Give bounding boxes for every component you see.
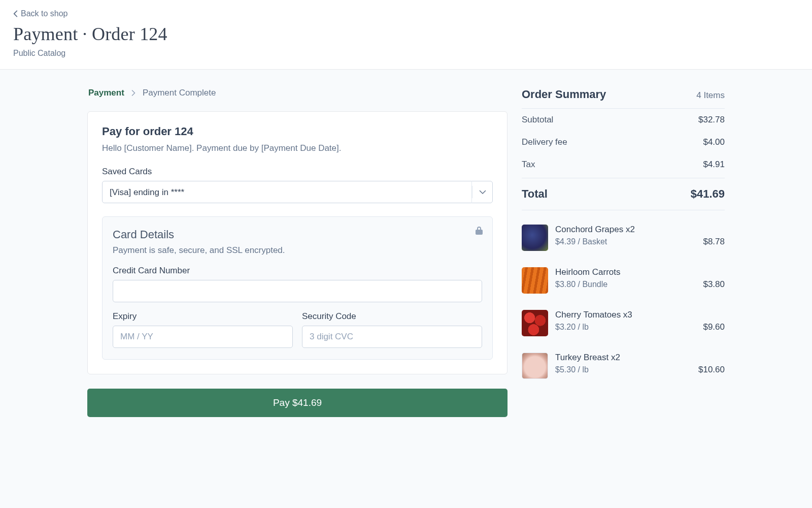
cvc-input[interactable]	[302, 326, 482, 348]
item-name: Cherry Tomatoes x3	[555, 310, 725, 320]
item-thumb	[522, 267, 548, 294]
summary-item: Conchord Grapes x2$4.39 / Basket$8.78	[522, 219, 725, 262]
breadcrumb-step-payment[interactable]: Payment	[88, 88, 124, 98]
item-unit-price: $3.20 / lb	[555, 323, 589, 332]
item-line-total: $3.80	[703, 279, 725, 290]
item-line-total: $10.60	[698, 365, 725, 375]
card-details-box: Card Details Payment is safe, secure, an…	[102, 216, 493, 360]
breadcrumb-step-complete[interactable]: Payment Complete	[143, 88, 216, 98]
item-name: Heirloom Carrots	[555, 267, 725, 277]
card-details-subtitle: Payment is safe, secure, and SSL encrypt…	[113, 245, 482, 256]
item-unit-price: $4.39 / Basket	[555, 237, 607, 246]
summary-item: Turkey Breast x2$5.30 / lb$10.60	[522, 347, 725, 390]
item-unit-price: $3.80 / Bundle	[555, 280, 607, 289]
line-tax: Tax $4.91	[522, 153, 725, 176]
saved-cards-label: Saved Cards	[102, 167, 493, 177]
item-thumb	[522, 225, 548, 251]
cc-number-label: Credit Card Number	[113, 266, 482, 276]
payment-title: Pay for order 124	[102, 125, 493, 138]
page-subtitle: Public Catalog	[13, 49, 799, 58]
chevron-left-icon	[13, 10, 18, 17]
chevron-right-icon	[131, 90, 136, 96]
expiry-input[interactable]	[113, 326, 293, 348]
back-label: Back to shop	[21, 9, 68, 18]
line-total: Total $41.69	[522, 178, 725, 210]
summary-item: Cherry Tomatoes x3$3.20 / lb$9.60	[522, 305, 725, 347]
page-body: Payment Payment Complete Pay for order 1…	[0, 70, 812, 508]
item-name: Turkey Breast x2	[555, 353, 725, 363]
item-thumb	[522, 310, 548, 336]
summary-title: Order Summary	[522, 88, 606, 101]
item-line-total: $9.60	[703, 322, 725, 332]
page-title: Payment · Order 124	[13, 23, 799, 45]
breadcrumb: Payment Payment Complete	[87, 88, 507, 98]
item-name: Conchord Grapes x2	[555, 225, 725, 235]
cc-number-input[interactable]	[113, 280, 482, 302]
cvc-label: Security Code	[302, 311, 482, 322]
item-unit-price: $5.30 / lb	[555, 365, 589, 374]
payment-form-card: Pay for order 124 Hello [Customer Name].…	[87, 111, 507, 374]
payment-greeting: Hello [Customer Name]. Payment due by [P…	[102, 143, 493, 153]
order-summary: Order Summary 4 Items Subtotal $32.78 De…	[522, 88, 725, 417]
back-to-shop-link[interactable]: Back to shop	[13, 9, 68, 18]
item-line-total: $8.78	[703, 237, 725, 247]
page-header: Back to shop Payment · Order 124 Public …	[0, 0, 812, 70]
expiry-label: Expiry	[113, 311, 293, 322]
line-subtotal: Subtotal $32.78	[522, 109, 725, 131]
line-delivery: Delivery fee $4.00	[522, 131, 725, 153]
saved-cards-select[interactable]: [Visa] ending in ****	[102, 181, 493, 203]
lock-icon	[475, 226, 483, 235]
item-thumb	[522, 353, 548, 379]
pay-button[interactable]: Pay $41.69	[87, 389, 507, 417]
card-details-title: Card Details	[113, 228, 482, 241]
summary-item-count: 4 Items	[696, 90, 725, 101]
summary-item: Heirloom Carrots$3.80 / Bundle$3.80	[522, 262, 725, 305]
